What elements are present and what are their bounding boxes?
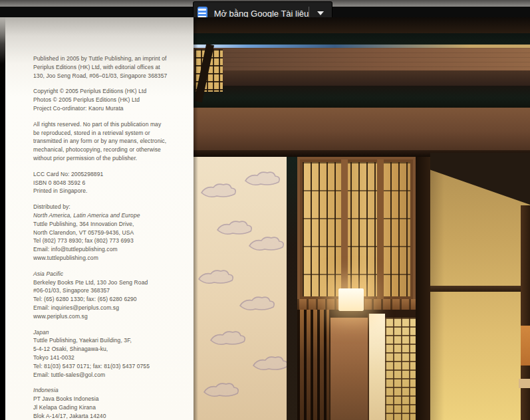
photo-transom-mullion-1 xyxy=(341,159,348,299)
book-copyright-page: Published in 2005 by Tuttle Publishing, … xyxy=(0,17,194,420)
photo-right-edge-window xyxy=(521,326,530,366)
block-text: Berkeley Books Pte Ltd, 130 Joo Seng Roa… xyxy=(33,278,192,321)
photo-lit-shoji-transom xyxy=(300,159,413,299)
photo-wall-lamp xyxy=(338,288,364,311)
photo-fusuma-cloud-panel xyxy=(194,157,287,420)
chevron-down-icon[interactable] xyxy=(317,11,324,15)
page-left-black-edge xyxy=(0,17,5,420)
japanese-interior-photo xyxy=(194,17,530,420)
photo-wood-door-panel xyxy=(329,318,368,420)
block-region: Asia Pacific xyxy=(33,270,192,278)
block-region: North America, Latin America and Europe xyxy=(33,211,192,220)
block-region: Indonesia xyxy=(33,386,192,395)
block-text: PT Java Books Indonesia Jl Kelapa Gading… xyxy=(33,395,192,420)
photo-ceiling-green-band xyxy=(194,33,530,45)
photo-ceiling-shadow-band xyxy=(194,70,530,86)
imprint-block-lcc-isbn: LCC Card No: 2005298891 ISBN 0 8048 3592… xyxy=(33,170,192,195)
block-text: All rights reserved. No part of this pub… xyxy=(33,120,192,163)
drive-preview-window: Mở bằng Google Tài liệu Published in 200… xyxy=(0,0,530,420)
distributor-block-indonesia: Indonesia PT Java Books Indonesia Jl Kel… xyxy=(33,386,192,420)
photo-lit-wall-strip xyxy=(368,314,385,420)
photo-right-edge-ledge xyxy=(519,379,530,388)
distributor-block-japan: Japan Tuttle Publishing, Yaekari Buildin… xyxy=(33,328,192,379)
photo-transom-mullion-2 xyxy=(377,159,384,299)
block-text: Tuttle Publishing, 364 Innovation Drive,… xyxy=(33,220,192,262)
block-label: Distributed by: xyxy=(33,203,192,211)
cloud-pattern xyxy=(194,157,287,420)
imprint-block-published: Published in 2005 by Tuttle Publishing, … xyxy=(33,54,192,80)
photo-gutter-shadow xyxy=(194,17,198,420)
distributor-block-asia-pacific: Asia Pacific Berkeley Books Pte Ltd, 130… xyxy=(33,270,192,321)
imprint-text-column: Published in 2005 by Tuttle Publishing, … xyxy=(33,54,192,420)
block-text: LCC Card No: 2005298891 ISBN 0 8048 3592… xyxy=(33,170,192,195)
photo-dark-pillar-left xyxy=(287,157,297,420)
block-text: Published in 2005 by Tuttle Publishing, … xyxy=(33,54,192,80)
photo-dark-pillar-center xyxy=(416,157,430,420)
block-region: Japan xyxy=(33,328,192,337)
block-text: Tuttle Publishing, Yaekari Building, 3F,… xyxy=(33,336,192,379)
photo-ceiling-dark-band xyxy=(194,17,530,33)
photo-shoji-sliding-door xyxy=(385,318,416,420)
distributor-block-north-america: Distributed by: North America, Latin Ame… xyxy=(33,203,192,262)
photo-main-lintel-beam xyxy=(194,108,530,150)
imprint-block-rights: All rights reserved. No part of this pub… xyxy=(33,120,192,163)
photo-right-wall-rail xyxy=(430,286,530,292)
photo-wood-lattice xyxy=(297,310,329,420)
imprint-block-copyright: Copyright © 2005 Periplus Editions (HK) … xyxy=(33,87,192,112)
block-text: Copyright © 2005 Periplus Editions (HK) … xyxy=(33,87,192,112)
photo-ceiling-boards xyxy=(194,48,530,70)
photo-dark-rafter-band xyxy=(194,86,530,108)
